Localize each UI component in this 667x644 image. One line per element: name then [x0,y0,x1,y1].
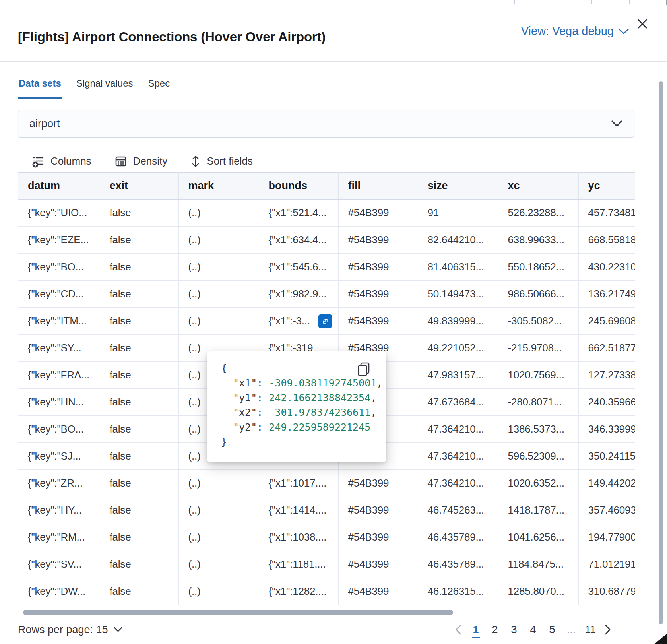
column-header-bounds[interactable]: bounds [259,173,338,200]
cell-xc[interactable]: -305.5082... [498,308,578,335]
column-header-datum[interactable]: datum [18,173,100,200]
expand-cell-button[interactable] [318,314,332,328]
tab-spec[interactable]: Spec [147,74,171,99]
tab-data-sets[interactable]: Data sets [18,74,62,99]
horizontal-scrollbar-thumb[interactable] [23,610,453,615]
cell-xc[interactable]: 1418.1787... [498,497,578,524]
view-selector[interactable]: View: Vega debug [521,25,629,38]
cell-yc[interactable]: 346.33999 [578,416,635,443]
cell-datum[interactable]: {"key":"ITM... [18,308,100,335]
cell-mark[interactable]: (..) [178,227,259,254]
cell-xc[interactable]: 1285.8070... [498,578,578,605]
cell-mark[interactable]: (..) [178,524,259,551]
cell-yc[interactable]: 194.77900 [578,524,635,551]
column-header-yc[interactable]: yc [578,173,635,200]
cell-yc[interactable]: 310.68779 [578,578,635,605]
density-button[interactable]: Density [114,155,168,168]
cell-fill[interactable]: #54B399 [338,254,418,281]
cell-datum[interactable]: {"key":"FRA... [18,362,100,389]
cell-fill[interactable]: #54B399 [338,200,418,227]
cell-exit[interactable]: false [100,335,178,362]
cell-size[interactable]: 81.406315... [418,254,498,281]
cell-xc[interactable]: 638.99633... [498,227,578,254]
cell-yc[interactable]: 245.69608 [578,308,635,335]
columns-button[interactable]: Columns [32,155,91,168]
cell-size[interactable]: 46.126315... [418,578,498,605]
cell-size[interactable]: 46.745263... [418,497,498,524]
cell-exit[interactable]: false [100,578,178,605]
cell-exit[interactable]: false [100,362,178,389]
cell-exit[interactable]: false [100,281,178,308]
cell-mark[interactable]: (..) [178,578,259,605]
cell-bounds[interactable]: {"x1":1282.... [259,578,338,605]
cell-datum[interactable]: {"key":"HY... [18,497,100,524]
cell-datum[interactable]: {"key":"RM... [18,524,100,551]
cell-xc[interactable]: 550.18652... [498,254,578,281]
cell-fill[interactable]: #54B399 [338,227,418,254]
cell-exit[interactable]: false [100,416,178,443]
cell-bounds[interactable]: {"x1":1017.... [259,470,338,497]
cell-datum[interactable]: {"key":"BO... [18,254,100,281]
cell-yc[interactable]: 668.55818 [578,227,635,254]
cell-bounds[interactable]: {"x1":1038.... [259,524,338,551]
cell-size[interactable]: 46.435789... [418,551,498,578]
page-button-4[interactable]: 4 [525,620,541,639]
cell-xc[interactable]: 1020.6352... [498,470,578,497]
cell-exit[interactable]: false [100,443,178,470]
cell-exit[interactable]: false [100,524,178,551]
close-button[interactable] [634,16,650,32]
cell-mark[interactable]: (..) [178,308,259,335]
page-button-2[interactable]: 2 [487,620,503,639]
cell-size[interactable]: 49.221052... [418,335,498,362]
cell-exit[interactable]: false [100,389,178,416]
cell-yc[interactable]: 127.27338 [578,362,635,389]
cell-exit[interactable]: false [100,551,178,578]
cell-xc[interactable]: 1386.5373... [498,416,578,443]
cell-exit[interactable]: false [100,470,178,497]
cell-bounds[interactable]: {"x1":982.9... [259,281,338,308]
page-button-1[interactable]: 1 [468,620,484,639]
page-button-11[interactable]: 11 [582,620,598,639]
cell-exit[interactable]: false [100,200,178,227]
cell-fill[interactable]: #54B399 [338,308,418,335]
rows-per-page-button[interactable]: Rows per page: 15 [18,624,122,636]
cell-mark[interactable]: (..) [178,497,259,524]
cell-size[interactable]: 47.673684... [418,389,498,416]
cell-datum[interactable]: {"key":"ZR... [18,470,100,497]
cell-size[interactable]: 49.839999... [418,308,498,335]
sort-fields-button[interactable]: Sort fields [190,155,253,168]
cell-yc[interactable]: 662.51877 [578,335,635,362]
cell-size[interactable]: 47.364210... [418,470,498,497]
cell-xc[interactable]: 526.23288... [498,200,578,227]
cell-size[interactable]: 46.435789... [418,524,498,551]
cell-mark[interactable]: (..) [178,281,259,308]
cell-datum[interactable]: {"key":"CD... [18,281,100,308]
cell-bounds[interactable]: {"x1":521.4... [259,200,338,227]
cell-size[interactable]: 47.364210... [418,443,498,470]
cell-xc[interactable]: 986.50666... [498,281,578,308]
cell-yc[interactable]: 430.22310 [578,254,635,281]
cell-mark[interactable]: (..) [178,254,259,281]
cell-datum[interactable]: {"key":"DW... [18,578,100,605]
cell-bounds[interactable]: {"x1":1181.... [259,551,338,578]
tab-signal-values[interactable]: Signal values [76,74,134,99]
cell-yc[interactable]: 71.012191 [578,551,635,578]
cell-mark[interactable]: (..) [178,551,259,578]
cell-size[interactable]: 82.644210... [418,227,498,254]
cell-size[interactable]: 47.983157... [418,362,498,389]
cell-datum[interactable]: {"key":"UIO... [18,200,100,227]
cell-mark[interactable]: (..) [178,470,259,497]
cell-datum[interactable]: {"key":"EZE... [18,227,100,254]
cell-datum[interactable]: {"key":"SY... [18,335,100,362]
cell-xc[interactable]: 1020.7569... [498,362,578,389]
cell-xc[interactable]: 1041.6256... [498,524,578,551]
dataset-select[interactable]: airport [18,110,634,138]
cell-bounds[interactable]: {"x1":-3... [259,308,338,335]
column-header-mark[interactable]: mark [178,173,259,200]
cell-yc[interactable]: 149.44202 [578,470,635,497]
page-button-5[interactable]: 5 [544,620,560,639]
cell-yc[interactable]: 136.21749 [578,281,635,308]
cell-datum[interactable]: {"key":"SV... [18,551,100,578]
cell-bounds[interactable]: {"x1":1414.... [259,497,338,524]
cell-yc[interactable]: 350.24115 [578,443,635,470]
